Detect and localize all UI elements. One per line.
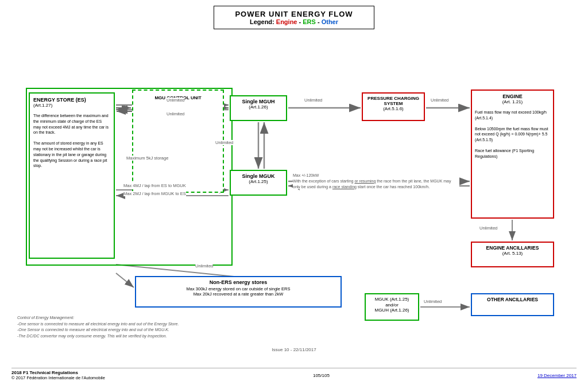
energy-store-desc1: The difference between the maximum and t… <box>33 113 110 135</box>
mguk-bottom-line1: MGUK (Art.1.25) <box>368 296 416 302</box>
other-anc-title: OTHER ANCILLARIES <box>474 297 551 302</box>
mguh-subtitle: (Art.1.26) <box>233 104 284 110</box>
engine-anc-title: ENGINE ANCILLARIES <box>474 245 551 251</box>
legend-sep1: - <box>297 18 303 25</box>
pcs-subtitle: (Art.5.1.6) <box>365 106 421 111</box>
footer-date: 19 December 2017 <box>537 373 577 378</box>
non-ers-title: Non-ERS energy stores <box>138 279 338 285</box>
engine-desc3: Race fuel allowance (F1 Sporting Regulat… <box>475 148 550 160</box>
mguk-subtitle: (Art.1.25) <box>233 179 284 184</box>
other-ancillaries-box: OTHER ANCILLARIES <box>471 293 554 316</box>
mguk-note: Max +/-120kWWith the exception of cars s… <box>293 173 459 189</box>
engine-anc-subtitle: (Art. 5.13) <box>474 251 551 256</box>
control-note-line2: -One sensor is connected to measure all … <box>17 321 179 328</box>
arrow-label-max4mj: Max 4MJ / lap from ES to MGUK <box>123 183 186 188</box>
main-title: POWER UNIT ENERGY FLOW <box>226 10 362 18</box>
energy-store-box: ENERGY STORE (ES) (Art.1.27) The differe… <box>29 92 115 259</box>
mguk-bottom-line2: and/or <box>368 302 416 308</box>
pcs-title: PRESSURE CHARGING SYSTEM <box>365 96 421 106</box>
arrow-label-unlimited5: Unlimited <box>479 225 497 231</box>
footer-row: 2018 F1 Technical Regulations © 2017 Féd… <box>11 370 577 380</box>
mguk-box: Single MGUK (Art.1.25) <box>230 170 287 196</box>
engine-subtitle: (Art. 1.21) <box>475 99 550 104</box>
arrow-label-bottom-unlimited: Unlimited <box>195 263 213 269</box>
non-ers-desc2: Max 20kJ recovered at a rate greater tha… <box>138 291 338 297</box>
diagram: ENERGY STORE (ES) (Art.1.27) The differe… <box>11 35 577 345</box>
control-note-line1: Control of Energy Management: <box>17 315 179 321</box>
mguk-bottom-line3: MGUH (Art.1.26) <box>368 308 416 313</box>
arrow-label-unlimited3: Unlimited <box>431 98 448 103</box>
footer-regs: 2018 F1 Technical Regulations <box>11 370 105 375</box>
footer-copyright: © 2017 Fédération Internationale de l'Au… <box>11 375 105 380</box>
page: POWER UNIT ENERGY FLOW Legend: Engine - … <box>0 0 588 385</box>
pcs-box: PRESSURE CHARGING SYSTEM (Art.5.1.6) <box>362 92 425 121</box>
mguh-title: Single MGUH <box>233 99 284 104</box>
control-note-line4: -The DC/DC convertor may only consume en… <box>17 333 179 340</box>
energy-store-title: ENERGY STORE (ES) <box>33 97 110 103</box>
non-ers-desc1: Max 300kJ energy stored on car outside o… <box>138 286 338 291</box>
control-note-line3: -One Sensor is connected to measure all … <box>17 327 179 333</box>
legend-other: Other <box>322 18 338 25</box>
energy-store-desc2: The amount of stored energy in any ES ma… <box>33 141 110 169</box>
arrow-label-unlimited1b: Unlimited <box>167 111 184 116</box>
engine-box: ENGINE (Art. 1.21) Fuel mass flow may no… <box>471 90 554 219</box>
legend-prefix: Legend: <box>250 18 276 25</box>
mguk-note-text: Max +/-120kWWith the exception of cars s… <box>293 173 451 189</box>
control-note: Control of Energy Management: -One senso… <box>17 315 179 339</box>
legend-engine: Engine <box>276 18 297 25</box>
mguh-box: Single MGUH (Art.1.26) <box>230 95 287 121</box>
engine-title: ENGINE <box>475 94 550 99</box>
issue-label: Issue 10 - 22/11/2017 <box>272 347 316 352</box>
arrow-label-unlimited4: Unlimited <box>215 140 233 145</box>
footer: 2018 F1 Technical Regulations © 2017 Féd… <box>11 368 577 380</box>
engine-ancillaries-box: ENGINE ANCILLARIES (Art. 5.13) <box>471 242 554 267</box>
legend-ers: ERS <box>303 18 316 25</box>
arrow-label-max2mj: Max 2MJ / lap from MGUK to ES <box>123 191 186 196</box>
arrow-label-unlimited6: Unlimited <box>424 299 442 304</box>
legend-sep2: - <box>316 18 322 25</box>
legend: Legend: Engine - ERS - Other <box>226 18 362 25</box>
mgu-control-box: MGU CONTROL UNIT <box>132 90 224 193</box>
arrow-label-unlimited1: Unlimited <box>167 98 184 103</box>
footer-page: 105/105 <box>313 373 330 378</box>
mguk-title: Single MGUK <box>233 173 284 179</box>
title-box: POWER UNIT ENERGY FLOW Legend: Engine - … <box>214 6 374 29</box>
arrow-label-unlimited2: Unlimited <box>304 98 322 103</box>
footer-left: 2018 F1 Technical Regulations © 2017 Féd… <box>11 370 105 380</box>
non-ers-box: Non-ERS energy stores Max 300kJ energy s… <box>135 276 342 308</box>
engine-desc2: Below 10500rpm the fuel mass flow must n… <box>475 126 550 143</box>
energy-store-subtitle: (Art.1.27) <box>33 103 110 108</box>
issue-text: Issue 10 - 22/11/2017 <box>11 347 577 352</box>
svg-line-17 <box>116 273 134 287</box>
mguk-bottom-box: MGUK (Art.1.25) and/or MGUH (Art.1.26) <box>365 293 419 321</box>
arrow-label-max5kj: Maximum 5kJ storage <box>126 155 168 161</box>
engine-desc1: Fuel mass flow may not exceed 100kg/h (A… <box>475 110 550 121</box>
